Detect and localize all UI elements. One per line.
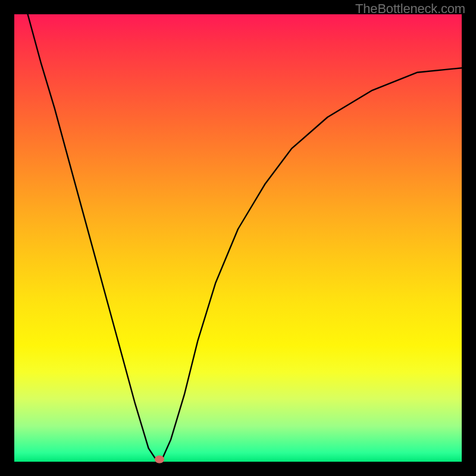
optimal-point-marker <box>155 456 164 464</box>
chart-frame: TheBottleneck.com <box>0 0 476 476</box>
bottleneck-curve <box>14 14 462 462</box>
plot-area <box>14 14 462 462</box>
